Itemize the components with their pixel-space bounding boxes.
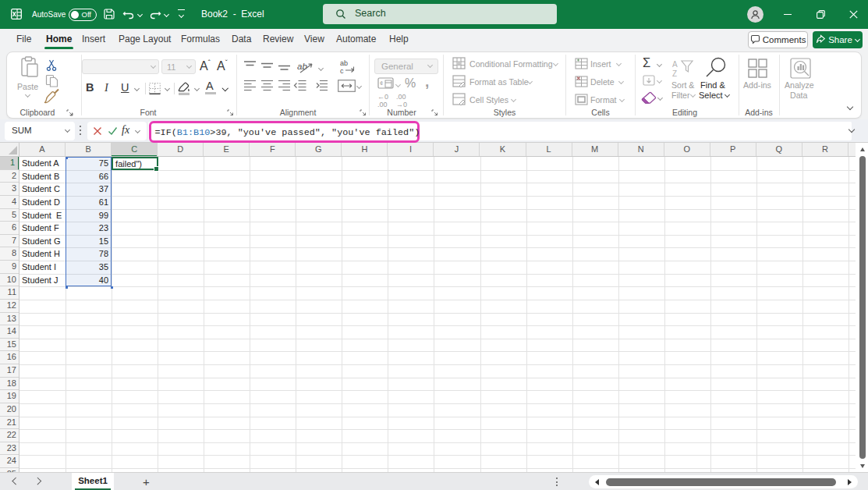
svg-text:A: A [672, 60, 678, 69]
svg-text:ab: ab [297, 62, 307, 71]
svg-text:ab: ab [340, 59, 348, 67]
svg-text:c: c [340, 67, 344, 75]
svg-text:¢: ¢ [380, 80, 383, 87]
svg-text:Z: Z [672, 69, 677, 78]
